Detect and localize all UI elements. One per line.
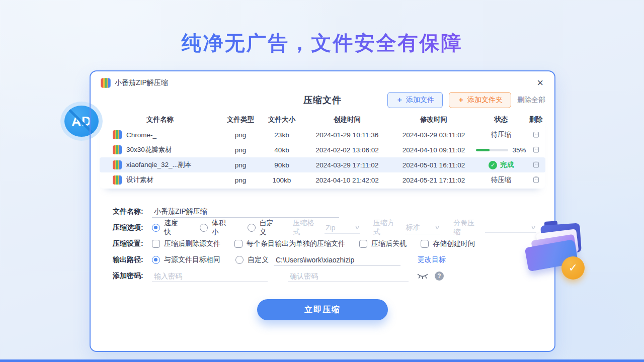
add-file-button[interactable]: ＋ 添加文件 [387,92,443,108]
status-done-text: 完成 [500,160,514,169]
compress-settings-row: 压缩设置: 压缩后删除源文件 每个条目输出为单独的压缩文件 压缩后关机 存储创建… [113,236,536,252]
radio-custom-path-label: 自定义 [248,255,269,264]
compress-options-label: 压缩选项: [113,223,152,232]
checkbox-store-created-time[interactable] [421,240,429,248]
trash-icon[interactable] [532,175,540,185]
app-window: 小番茄ZIP解压缩 × 压缩文件 ＋ 添加文件 ＋ 添加文件夹 删除全部 文件名… [90,70,555,352]
add-folder-button[interactable]: ＋ 添加文件夹 [449,92,511,108]
help-icon[interactable]: ? [435,272,444,281]
no-ads-circle-icon: AD [64,106,99,137]
radio-small-size-label: 体积小 [212,219,232,237]
compress-options-row: 压缩选项: 速度快 体积小 自定义 压缩格式 Zip ∨ 压缩方 [113,220,536,236]
file-name-input[interactable] [152,206,339,218]
no-ads-badge: AD [60,102,103,141]
zip-file-icon [113,145,122,154]
radio-same-as-source[interactable] [152,256,160,264]
password-input[interactable] [152,270,268,282]
window-title: 小番茄ZIP解压缩 [115,78,168,87]
checkbox-store-created-time-label: 存储创建时间 [433,239,475,248]
checkbox-separate-archives-label: 每个条目输出为单独的压缩文件 [247,239,345,248]
file-size: 90kb [261,161,303,169]
modified-time: 2024-03-29 03:11:02 [391,131,476,139]
radio-custom-option[interactable] [248,224,256,232]
password-label: 添加密码: [113,272,152,281]
table-row[interactable]: Chrome-_ png 23kb 2024-01-29 10:11:36 20… [100,127,545,142]
modified-time: 2024-05-01 16:11:02 [391,161,476,169]
plus-icon: ＋ [457,96,464,105]
radio-speed-fast[interactable] [152,224,160,232]
radio-small-size[interactable] [200,224,208,232]
compress-now-button[interactable]: 立即压缩 [257,299,388,320]
title-bar: 小番茄ZIP解压缩 × [91,71,554,88]
checkbox-shutdown-after[interactable] [359,240,367,248]
file-type: png [220,146,261,154]
chevron-down-icon: ∨ [434,224,440,231]
table-header: 文件名称 文件类型 文件大小 创建时间 修改时间 状态 删除 [100,112,545,127]
format-select-label: 压缩格式 [293,219,320,237]
method-select-value: 标准 [406,223,420,232]
radio-speed-fast-label: 速度快 [164,219,185,237]
file-type: png [220,131,261,139]
table-row[interactable]: 设计素材 png 100kb 2024-04-10 21:42:02 2024-… [100,172,545,188]
progress-percent: 35% [512,146,526,154]
trash-icon[interactable] [532,145,540,155]
method-select: 标准 ∨ [405,222,441,234]
column-header-created: 创建时间 [303,115,391,124]
split-select-label: 分卷压缩 [453,219,481,237]
file-name: xiaofanqie_32_...副本 [126,160,192,169]
status-text: 待压缩 [476,175,526,185]
checkbox-delete-source[interactable] [152,240,160,248]
card-border-overlay [90,102,91,141]
column-header-name: 文件名称 [100,115,220,124]
check-circle-icon: ✓ [489,161,497,169]
delete-all-button[interactable]: 删除全部 [517,96,545,105]
checkbox-separate-archives[interactable] [234,240,243,248]
file-size: 23kb [261,131,303,139]
compress-settings-label: 压缩设置: [113,239,152,248]
file-size: 100kb [261,176,303,184]
trash-icon[interactable] [532,160,540,170]
check-badge-icon: ✓ [561,256,585,280]
table-row[interactable]: 30x30花瓣素材 png 40kb 2024-02-02 13:06:02 2… [100,142,545,157]
confirm-password-input[interactable] [288,270,409,282]
page-title: 纯净无广告，文件安全有保障 [0,29,644,57]
zip-file-icon [113,130,122,139]
file-size: 40kb [261,146,303,154]
file-type: png [220,176,261,184]
password-row: 添加密码: ? [113,268,536,284]
column-header-status: 状态 [476,115,526,124]
file-name-label: 文件名称: [113,207,152,216]
trash-icon[interactable] [532,130,540,140]
file-name: 30x30花瓣素材 [126,145,172,154]
output-path-row: 输出路径: 与源文件目标相同 自定义 更改目标 [113,252,536,268]
file-name: 设计素材 [126,175,153,185]
progress-fill [476,149,490,151]
file-name-row: 文件名称: [113,204,536,220]
header-row: 压缩文件 ＋ 添加文件 ＋ 添加文件夹 删除全部 [91,90,554,110]
app-logo-icon [101,78,111,88]
created-time: 2024-02-02 13:06:02 [303,146,391,154]
method-select-label: 压缩方式 [373,219,401,237]
column-header-delete: 删除 [526,115,545,124]
output-path-label: 输出路径: [113,255,152,264]
bottom-accent-bar [0,359,644,362]
change-target-link[interactable]: 更改目标 [418,255,446,264]
header-actions: ＋ 添加文件 ＋ 添加文件夹 删除全部 [387,92,545,108]
format-select: Zip ∨ [325,222,360,234]
plus-icon: ＋ [396,96,403,105]
table-row-selected[interactable]: xiaofanqie_32_...副本 png 90kb 2024-03-29 … [100,157,545,172]
prohibition-slash-icon [65,106,98,137]
radio-custom-option-label: 自定义 [260,219,280,237]
close-icon[interactable]: × [537,77,543,88]
compress-form: 文件名称: 压缩选项: 速度快 体积小 自定义 压缩格式 Zip ∨ [113,204,536,284]
eye-closed-icon[interactable] [417,273,429,280]
checkbox-delete-source-label: 压缩后删除源文件 [164,239,220,248]
add-folder-label: 添加文件夹 [467,96,503,105]
radio-custom-path[interactable] [235,256,244,264]
file-type: png [220,161,261,169]
modified-time: 2024-04-10 09:11:02 [391,146,476,154]
modified-time: 2024-05-21 17:11:02 [391,176,476,184]
status-text: 待压缩 [476,130,526,139]
output-path-input[interactable] [274,254,400,266]
radio-same-as-source-label: 与源文件目标相同 [164,255,220,264]
